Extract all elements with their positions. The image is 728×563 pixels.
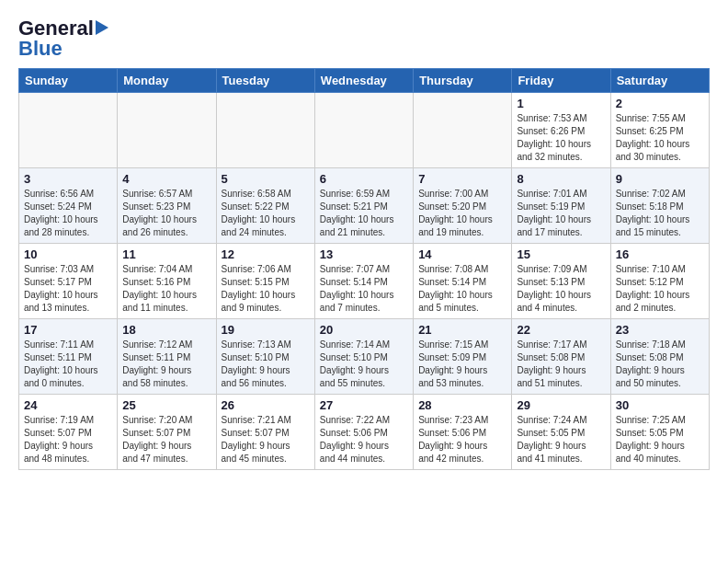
calendar-day: 8Sunrise: 7:01 AM Sunset: 5:19 PM Daylig… [512,168,610,244]
calendar-day: 22Sunrise: 7:17 AM Sunset: 5:08 PM Dayli… [512,319,610,395]
calendar-day: 27Sunrise: 7:22 AM Sunset: 5:06 PM Dayli… [314,395,413,470]
day-info: Sunrise: 6:57 AM Sunset: 5:23 PM Dayligh… [122,188,210,239]
logo-blue: Blue [18,37,63,61]
day-info: Sunrise: 7:06 AM Sunset: 5:15 PM Dayligh… [222,263,310,315]
calendar-day [314,93,413,168]
day-info: Sunrise: 6:58 AM Sunset: 5:22 PM Dayligh… [222,188,310,239]
day-number: 22 [517,323,605,337]
calendar-wrapper: SundayMondayTuesdayWednesdayThursdayFrid… [0,68,728,479]
weekday-header-saturday: Saturday [610,69,709,93]
day-info: Sunrise: 7:12 AM Sunset: 5:11 PM Dayligh… [122,339,210,390]
day-number: 2 [616,97,704,110]
weekday-header-wednesday: Wednesday [314,69,413,93]
calendar-day: 20Sunrise: 7:14 AM Sunset: 5:10 PM Dayli… [314,319,413,395]
day-info: Sunrise: 7:04 AM Sunset: 5:16 PM Dayligh… [122,263,210,315]
day-number: 19 [222,323,310,337]
day-info: Sunrise: 7:10 AM Sunset: 5:12 PM Dayligh… [616,263,704,315]
calendar-week-row: 1Sunrise: 7:53 AM Sunset: 6:26 PM Daylig… [19,93,710,168]
calendar-day [414,93,512,168]
day-number: 16 [616,247,704,261]
day-info: Sunrise: 7:08 AM Sunset: 5:14 PM Dayligh… [418,263,506,315]
day-info: Sunrise: 7:11 AM Sunset: 5:11 PM Dayligh… [24,339,112,390]
calendar-day: 2Sunrise: 7:55 AM Sunset: 6:25 PM Daylig… [610,93,709,168]
calendar-week-row: 3Sunrise: 6:56 AM Sunset: 5:24 PM Daylig… [19,168,710,244]
day-number: 5 [222,172,310,186]
logo-arrow-icon [96,20,108,35]
day-number: 15 [517,247,605,261]
calendar-day: 4Sunrise: 6:57 AM Sunset: 5:23 PM Daylig… [118,168,216,244]
page-header: General Blue [0,0,728,68]
calendar-header-row: SundayMondayTuesdayWednesdayThursdayFrid… [19,69,710,93]
calendar-week-row: 24Sunrise: 7:19 AM Sunset: 5:07 PM Dayli… [19,395,710,470]
calendar-day: 7Sunrise: 7:00 AM Sunset: 5:20 PM Daylig… [414,168,512,244]
day-number: 14 [418,247,506,261]
day-number: 28 [418,398,506,412]
day-info: Sunrise: 7:07 AM Sunset: 5:14 PM Dayligh… [320,263,408,315]
day-info: Sunrise: 7:24 AM Sunset: 5:05 PM Dayligh… [517,414,605,465]
calendar-day: 12Sunrise: 7:06 AM Sunset: 5:15 PM Dayli… [216,244,314,319]
day-info: Sunrise: 7:17 AM Sunset: 5:08 PM Dayligh… [517,339,605,390]
calendar-day: 29Sunrise: 7:24 AM Sunset: 5:05 PM Dayli… [512,395,610,470]
weekday-header-tuesday: Tuesday [216,69,314,93]
day-info: Sunrise: 6:59 AM Sunset: 5:21 PM Dayligh… [320,188,408,239]
day-number: 10 [24,247,112,261]
calendar-day: 26Sunrise: 7:21 AM Sunset: 5:07 PM Dayli… [216,395,314,470]
day-number: 13 [320,247,408,261]
calendar-day: 18Sunrise: 7:12 AM Sunset: 5:11 PM Dayli… [118,319,216,395]
weekday-header-monday: Monday [118,69,216,93]
calendar-week-row: 10Sunrise: 7:03 AM Sunset: 5:17 PM Dayli… [19,244,710,319]
calendar-day: 9Sunrise: 7:02 AM Sunset: 5:18 PM Daylig… [610,168,709,244]
day-number: 24 [24,398,112,412]
day-info: Sunrise: 7:53 AM Sunset: 6:26 PM Dayligh… [517,112,605,164]
day-number: 18 [122,323,210,337]
calendar-week-row: 17Sunrise: 7:11 AM Sunset: 5:11 PM Dayli… [19,319,710,395]
day-info: Sunrise: 7:25 AM Sunset: 5:05 PM Dayligh… [616,414,704,465]
day-number: 25 [122,398,210,412]
day-number: 9 [616,172,704,186]
calendar-day [118,93,216,168]
calendar-table: SundayMondayTuesdayWednesdayThursdayFrid… [18,68,710,470]
calendar-day: 21Sunrise: 7:15 AM Sunset: 5:09 PM Dayli… [414,319,512,395]
calendar-day: 19Sunrise: 7:13 AM Sunset: 5:10 PM Dayli… [216,319,314,395]
day-info: Sunrise: 7:14 AM Sunset: 5:10 PM Dayligh… [320,339,408,390]
day-number: 21 [418,323,506,337]
calendar-day: 10Sunrise: 7:03 AM Sunset: 5:17 PM Dayli… [19,244,118,319]
day-info: Sunrise: 7:03 AM Sunset: 5:17 PM Dayligh… [24,263,112,315]
day-number: 11 [122,247,210,261]
day-info: Sunrise: 7:23 AM Sunset: 5:06 PM Dayligh… [418,414,506,465]
day-info: Sunrise: 7:19 AM Sunset: 5:07 PM Dayligh… [24,414,112,465]
day-info: Sunrise: 7:13 AM Sunset: 5:10 PM Dayligh… [222,339,310,390]
day-info: Sunrise: 7:22 AM Sunset: 5:06 PM Dayligh… [320,414,408,465]
day-number: 6 [320,172,408,186]
logo: General Blue [18,17,108,61]
calendar-day [216,93,314,168]
day-info: Sunrise: 6:56 AM Sunset: 5:24 PM Dayligh… [24,188,112,239]
calendar-day: 6Sunrise: 6:59 AM Sunset: 5:21 PM Daylig… [314,168,413,244]
day-info: Sunrise: 7:02 AM Sunset: 5:18 PM Dayligh… [616,188,704,239]
calendar-day: 5Sunrise: 6:58 AM Sunset: 5:22 PM Daylig… [216,168,314,244]
day-number: 3 [24,172,112,186]
day-number: 8 [517,172,605,186]
day-info: Sunrise: 7:55 AM Sunset: 6:25 PM Dayligh… [616,112,704,164]
day-number: 12 [222,247,310,261]
calendar-day [19,93,118,168]
calendar-day: 28Sunrise: 7:23 AM Sunset: 5:06 PM Dayli… [414,395,512,470]
day-info: Sunrise: 7:20 AM Sunset: 5:07 PM Dayligh… [122,414,210,465]
calendar-day: 3Sunrise: 6:56 AM Sunset: 5:24 PM Daylig… [19,168,118,244]
day-number: 7 [418,172,506,186]
day-info: Sunrise: 7:15 AM Sunset: 5:09 PM Dayligh… [418,339,506,390]
calendar-day: 30Sunrise: 7:25 AM Sunset: 5:05 PM Dayli… [610,395,709,470]
calendar-day: 1Sunrise: 7:53 AM Sunset: 6:26 PM Daylig… [512,93,610,168]
day-number: 26 [222,398,310,412]
day-info: Sunrise: 7:18 AM Sunset: 5:08 PM Dayligh… [616,339,704,390]
weekday-header-thursday: Thursday [414,69,512,93]
day-number: 4 [122,172,210,186]
calendar-day: 15Sunrise: 7:09 AM Sunset: 5:13 PM Dayli… [512,244,610,319]
calendar-day: 25Sunrise: 7:20 AM Sunset: 5:07 PM Dayli… [118,395,216,470]
day-number: 27 [320,398,408,412]
day-number: 29 [517,398,605,412]
day-number: 30 [616,398,704,412]
day-info: Sunrise: 7:00 AM Sunset: 5:20 PM Dayligh… [418,188,506,239]
calendar-day: 16Sunrise: 7:10 AM Sunset: 5:12 PM Dayli… [610,244,709,319]
calendar-day: 17Sunrise: 7:11 AM Sunset: 5:11 PM Dayli… [19,319,118,395]
